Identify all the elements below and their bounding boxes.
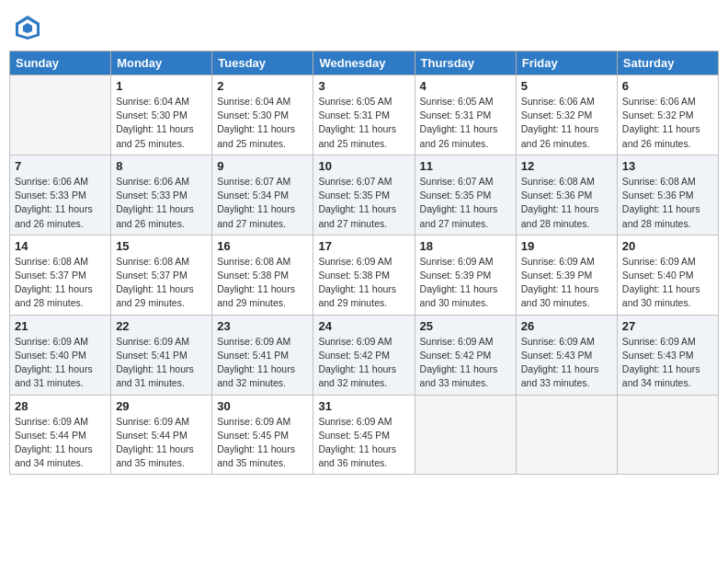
calendar-week-row: 14Sunrise: 6:08 AMSunset: 5:37 PMDayligh… bbox=[10, 235, 719, 315]
day-number: 30 bbox=[217, 399, 308, 413]
day-number: 25 bbox=[420, 319, 511, 333]
calendar-cell bbox=[516, 395, 617, 475]
day-info: Sunrise: 6:05 AMSunset: 5:31 PMDaylight:… bbox=[420, 95, 511, 151]
calendar-cell: 20Sunrise: 6:09 AMSunset: 5:40 PMDayligh… bbox=[617, 235, 718, 315]
day-info: Sunrise: 6:09 AMSunset: 5:40 PMDaylight:… bbox=[15, 335, 106, 391]
day-info: Sunrise: 6:04 AMSunset: 5:30 PMDaylight:… bbox=[116, 95, 207, 151]
day-number: 11 bbox=[420, 159, 511, 173]
calendar-cell: 17Sunrise: 6:09 AMSunset: 5:38 PMDayligh… bbox=[313, 235, 415, 315]
day-number: 21 bbox=[15, 319, 106, 333]
day-number: 20 bbox=[622, 239, 713, 253]
calendar-week-row: 21Sunrise: 6:09 AMSunset: 5:40 PMDayligh… bbox=[10, 315, 719, 395]
day-info: Sunrise: 6:09 AMSunset: 5:40 PMDaylight:… bbox=[622, 255, 713, 311]
calendar-cell: 26Sunrise: 6:09 AMSunset: 5:43 PMDayligh… bbox=[516, 315, 617, 395]
day-header-tuesday: Tuesday bbox=[212, 52, 313, 75]
day-number: 22 bbox=[116, 319, 207, 333]
calendar-week-row: 1Sunrise: 6:04 AMSunset: 5:30 PMDaylight… bbox=[10, 75, 719, 155]
calendar-cell: 15Sunrise: 6:08 AMSunset: 5:37 PMDayligh… bbox=[111, 235, 212, 315]
calendar-cell bbox=[617, 395, 718, 475]
day-number: 29 bbox=[116, 399, 207, 413]
day-number: 13 bbox=[622, 159, 713, 173]
day-info: Sunrise: 6:04 AMSunset: 5:30 PMDaylight:… bbox=[217, 95, 308, 151]
day-info: Sunrise: 6:09 AMSunset: 5:39 PMDaylight:… bbox=[420, 255, 511, 311]
day-header-monday: Monday bbox=[111, 52, 212, 75]
day-info: Sunrise: 6:08 AMSunset: 5:38 PMDaylight:… bbox=[217, 255, 308, 311]
day-number: 5 bbox=[521, 79, 612, 93]
calendar-cell: 18Sunrise: 6:09 AMSunset: 5:39 PMDayligh… bbox=[415, 235, 516, 315]
calendar-cell: 28Sunrise: 6:09 AMSunset: 5:44 PMDayligh… bbox=[10, 395, 111, 475]
calendar-cell: 22Sunrise: 6:09 AMSunset: 5:41 PMDayligh… bbox=[111, 315, 212, 395]
day-header-wednesday: Wednesday bbox=[313, 52, 415, 75]
calendar-cell: 11Sunrise: 6:07 AMSunset: 5:35 PMDayligh… bbox=[415, 155, 516, 235]
day-number: 27 bbox=[622, 319, 713, 333]
day-header-sunday: Sunday bbox=[10, 52, 111, 75]
calendar-table: SundayMondayTuesdayWednesdayThursdayFrid… bbox=[9, 51, 719, 475]
day-number: 2 bbox=[217, 79, 308, 93]
calendar-cell: 5Sunrise: 6:06 AMSunset: 5:32 PMDaylight… bbox=[516, 75, 617, 155]
day-info: Sunrise: 6:09 AMSunset: 5:38 PMDaylight:… bbox=[318, 255, 409, 311]
calendar-cell: 29Sunrise: 6:09 AMSunset: 5:44 PMDayligh… bbox=[111, 395, 212, 475]
day-info: Sunrise: 6:08 AMSunset: 5:36 PMDaylight:… bbox=[622, 175, 713, 231]
day-number: 3 bbox=[318, 79, 409, 93]
day-number: 4 bbox=[420, 79, 511, 93]
calendar-week-row: 7Sunrise: 6:06 AMSunset: 5:33 PMDaylight… bbox=[10, 155, 719, 235]
calendar-cell: 1Sunrise: 6:04 AMSunset: 5:30 PMDaylight… bbox=[111, 75, 212, 155]
day-info: Sunrise: 6:09 AMSunset: 5:45 PMDaylight:… bbox=[318, 415, 409, 471]
logo bbox=[14, 14, 45, 41]
day-info: Sunrise: 6:08 AMSunset: 5:36 PMDaylight:… bbox=[521, 175, 612, 231]
day-number: 24 bbox=[318, 319, 409, 333]
calendar-cell: 23Sunrise: 6:09 AMSunset: 5:41 PMDayligh… bbox=[212, 315, 313, 395]
calendar-cell: 12Sunrise: 6:08 AMSunset: 5:36 PMDayligh… bbox=[516, 155, 617, 235]
day-number: 28 bbox=[15, 399, 106, 413]
calendar-cell: 8Sunrise: 6:06 AMSunset: 5:33 PMDaylight… bbox=[111, 155, 212, 235]
day-header-friday: Friday bbox=[516, 52, 617, 75]
day-info: Sunrise: 6:08 AMSunset: 5:37 PMDaylight:… bbox=[116, 255, 207, 311]
day-header-saturday: Saturday bbox=[617, 52, 718, 75]
day-number: 23 bbox=[217, 319, 308, 333]
day-info: Sunrise: 6:07 AMSunset: 5:35 PMDaylight:… bbox=[318, 175, 409, 231]
day-info: Sunrise: 6:06 AMSunset: 5:32 PMDaylight:… bbox=[622, 95, 713, 151]
calendar-cell: 30Sunrise: 6:09 AMSunset: 5:45 PMDayligh… bbox=[212, 395, 313, 475]
calendar-cell: 4Sunrise: 6:05 AMSunset: 5:31 PMDaylight… bbox=[415, 75, 516, 155]
calendar-cell: 16Sunrise: 6:08 AMSunset: 5:38 PMDayligh… bbox=[212, 235, 313, 315]
page-header bbox=[9, 9, 719, 41]
calendar-cell: 25Sunrise: 6:09 AMSunset: 5:42 PMDayligh… bbox=[415, 315, 516, 395]
day-number: 7 bbox=[15, 159, 106, 173]
calendar-cell: 10Sunrise: 6:07 AMSunset: 5:35 PMDayligh… bbox=[313, 155, 415, 235]
day-info: Sunrise: 6:09 AMSunset: 5:39 PMDaylight:… bbox=[521, 255, 612, 311]
day-info: Sunrise: 6:06 AMSunset: 5:33 PMDaylight:… bbox=[116, 175, 207, 231]
calendar-cell: 6Sunrise: 6:06 AMSunset: 5:32 PMDaylight… bbox=[617, 75, 718, 155]
day-info: Sunrise: 6:09 AMSunset: 5:44 PMDaylight:… bbox=[116, 415, 207, 471]
day-number: 26 bbox=[521, 319, 612, 333]
calendar-cell: 3Sunrise: 6:05 AMSunset: 5:31 PMDaylight… bbox=[313, 75, 415, 155]
calendar-cell: 24Sunrise: 6:09 AMSunset: 5:42 PMDayligh… bbox=[313, 315, 415, 395]
calendar-cell: 14Sunrise: 6:08 AMSunset: 5:37 PMDayligh… bbox=[10, 235, 111, 315]
day-number: 1 bbox=[116, 79, 207, 93]
day-info: Sunrise: 6:07 AMSunset: 5:35 PMDaylight:… bbox=[420, 175, 511, 231]
calendar-cell: 27Sunrise: 6:09 AMSunset: 5:43 PMDayligh… bbox=[617, 315, 718, 395]
day-info: Sunrise: 6:09 AMSunset: 5:44 PMDaylight:… bbox=[15, 415, 106, 471]
day-info: Sunrise: 6:07 AMSunset: 5:34 PMDaylight:… bbox=[217, 175, 308, 231]
day-info: Sunrise: 6:06 AMSunset: 5:32 PMDaylight:… bbox=[521, 95, 612, 151]
calendar-cell: 9Sunrise: 6:07 AMSunset: 5:34 PMDaylight… bbox=[212, 155, 313, 235]
day-number: 15 bbox=[116, 239, 207, 253]
day-info: Sunrise: 6:09 AMSunset: 5:41 PMDaylight:… bbox=[217, 335, 308, 391]
day-number: 18 bbox=[420, 239, 511, 253]
calendar-cell: 31Sunrise: 6:09 AMSunset: 5:45 PMDayligh… bbox=[313, 395, 415, 475]
day-number: 19 bbox=[521, 239, 612, 253]
day-info: Sunrise: 6:09 AMSunset: 5:41 PMDaylight:… bbox=[116, 335, 207, 391]
calendar-cell: 7Sunrise: 6:06 AMSunset: 5:33 PMDaylight… bbox=[10, 155, 111, 235]
calendar-header-row: SundayMondayTuesdayWednesdayThursdayFrid… bbox=[10, 52, 719, 75]
day-number: 17 bbox=[318, 239, 409, 253]
calendar-cell: 19Sunrise: 6:09 AMSunset: 5:39 PMDayligh… bbox=[516, 235, 617, 315]
day-number: 8 bbox=[116, 159, 207, 173]
day-number: 14 bbox=[15, 239, 106, 253]
day-number: 6 bbox=[622, 79, 713, 93]
day-info: Sunrise: 6:09 AMSunset: 5:43 PMDaylight:… bbox=[521, 335, 612, 391]
day-info: Sunrise: 6:08 AMSunset: 5:37 PMDaylight:… bbox=[15, 255, 106, 311]
calendar-cell: 13Sunrise: 6:08 AMSunset: 5:36 PMDayligh… bbox=[617, 155, 718, 235]
day-info: Sunrise: 6:05 AMSunset: 5:31 PMDaylight:… bbox=[318, 95, 409, 151]
calendar-cell bbox=[415, 395, 516, 475]
day-info: Sunrise: 6:09 AMSunset: 5:43 PMDaylight:… bbox=[622, 335, 713, 391]
day-info: Sunrise: 6:06 AMSunset: 5:33 PMDaylight:… bbox=[15, 175, 106, 231]
